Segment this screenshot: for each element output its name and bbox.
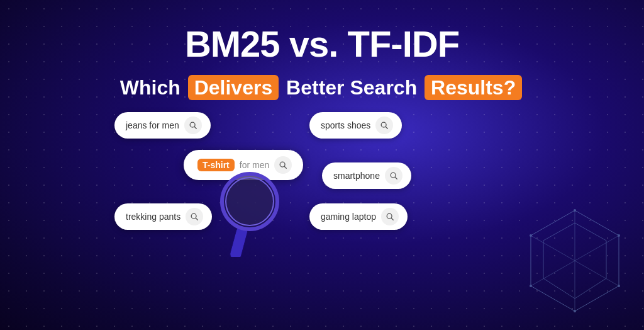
search-text-trekking: trekking pants [126,212,180,222]
search-icon-sports [375,117,393,134]
search-text-sports: sports shoes [321,120,370,130]
highlight-delivers: Delivers [188,75,279,100]
page-title: BM25 vs. TF-IDF [185,24,459,64]
svg-line-14 [386,127,388,128]
svg-line-22 [391,218,393,220]
search-bar-trekking: trekking pants [114,203,212,230]
svg-point-9 [530,285,532,287]
page-subtitle: Which Delivers Better Search Results? [120,76,524,100]
search-bar-smartphone: smartphone [322,162,411,189]
search-text-gaming: gaming laptop [321,212,376,222]
search-bar-jeans: jeans for men [114,112,211,139]
search-text-jeans: jeans for men [126,120,179,130]
search-icon-smartphone [385,167,402,185]
svg-point-8 [574,310,576,312]
svg-line-16 [284,166,286,168]
highlight-results: Results? [425,75,522,100]
search-icon-trekking [186,208,203,225]
search-bar-gaming: gaming laptop [309,203,408,230]
magnifier-icon [215,169,284,257]
svg-line-20 [196,218,197,220]
svg-line-12 [194,127,196,128]
search-icon-gaming [381,208,399,225]
main-content: BM25 vs. TF-IDF Which Delivers Better Se… [0,0,644,257]
svg-point-7 [618,285,620,287]
svg-point-25 [226,178,274,225]
search-bar-sports: sports shoes [309,112,402,139]
svg-line-18 [395,177,397,179]
search-bars-area: jeans for men sports shoes T-shirt for m… [102,112,542,257]
search-text-smartphone: smartphone [333,171,380,181]
search-icon-jeans [184,117,202,134]
